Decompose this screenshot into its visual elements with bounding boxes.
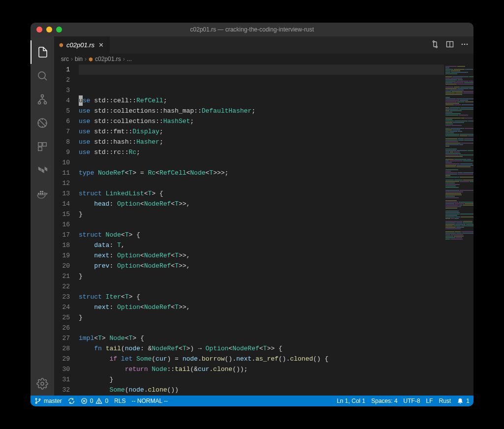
line-number-gutter[interactable]: 1234567891011121314151617181920212223242… <box>54 64 79 396</box>
split-editor-icon[interactable] <box>446 40 454 50</box>
source-control-icon[interactable] <box>31 88 54 111</box>
breadcrumb-part[interactable]: src <box>61 56 69 62</box>
branch-name: master <box>44 398 62 404</box>
debug-icon[interactable] <box>31 111 54 135</box>
svg-rect-11 <box>42 193 43 194</box>
breadcrumb[interactable]: src › bin › ⬢ c02p01.rs › ... <box>54 54 473 64</box>
rust-file-icon: ⬢ <box>59 42 63 48</box>
svg-point-20 <box>464 43 466 45</box>
language-mode-status[interactable]: Rust <box>439 398 451 404</box>
editor-group: ⬢ c02p01.rs ✕ src <box>54 36 473 396</box>
notification-count: 1 <box>466 398 470 404</box>
svg-point-27 <box>99 402 99 403</box>
chevron-right-icon: › <box>123 56 125 62</box>
editor-actions <box>431 36 473 54</box>
warning-count: 0 <box>105 398 108 404</box>
svg-rect-12 <box>40 191 41 192</box>
terraform-icon[interactable] <box>31 158 54 182</box>
tab-close-icon[interactable]: ✕ <box>97 40 105 50</box>
traffic-lights <box>36 27 62 32</box>
window-title: c02p01.rs — cracking-the-coding-intervie… <box>31 26 473 33</box>
svg-point-2 <box>41 95 44 97</box>
minimize-window-button[interactable] <box>46 27 52 32</box>
svg-rect-6 <box>38 143 42 146</box>
vscode-window: c02p01.rs — cracking-the-coding-intervie… <box>31 23 473 406</box>
close-window-button[interactable] <box>36 27 42 32</box>
svg-point-4 <box>44 102 47 104</box>
notifications-status[interactable]: 1 <box>457 398 470 404</box>
extensions-icon[interactable] <box>31 135 54 158</box>
chevron-right-icon: › <box>85 56 87 62</box>
maximize-window-button[interactable] <box>56 27 62 32</box>
explorer-icon[interactable] <box>31 40 54 64</box>
svg-point-3 <box>38 102 41 104</box>
status-bar: master 0 0 RLS -- NORMAL -- Ln 1, Col 1 … <box>31 396 473 406</box>
svg-line-1 <box>45 78 47 81</box>
git-branch-status[interactable]: master <box>34 398 62 404</box>
svg-point-15 <box>433 41 435 42</box>
indentation-status[interactable]: Spaces: 4 <box>371 398 397 404</box>
breadcrumb-part[interactable]: c02p01.rs <box>95 56 121 62</box>
encoding-status[interactable]: UTF-8 <box>404 398 420 404</box>
svg-rect-9 <box>38 193 39 194</box>
problems-status[interactable]: 0 0 <box>81 398 108 404</box>
minimap[interactable] <box>444 64 473 396</box>
breadcrumb-part[interactable]: bin <box>75 56 83 62</box>
editor-wrap: 1234567891011121314151617181920212223242… <box>54 64 473 396</box>
svg-rect-7 <box>43 143 46 146</box>
window-body: ⬢ c02p01.rs ✕ src <box>31 36 473 396</box>
svg-point-0 <box>38 72 45 79</box>
settings-gear-icon[interactable] <box>31 372 54 396</box>
cursor-position-status[interactable]: Ln 1, Col 1 <box>337 398 365 404</box>
search-icon[interactable] <box>31 64 54 88</box>
current-line-highlight <box>79 64 444 75</box>
rls-status[interactable]: RLS <box>114 398 126 404</box>
svg-point-14 <box>41 382 44 385</box>
breadcrumb-part[interactable]: ... <box>127 56 132 62</box>
tab-active[interactable]: ⬢ c02p01.rs ✕ <box>54 36 110 54</box>
code-editor[interactable]: use std::cell::RefCell;use std::collecti… <box>79 64 444 396</box>
svg-point-16 <box>436 46 438 48</box>
sync-button[interactable] <box>68 398 75 404</box>
svg-point-22 <box>35 398 37 400</box>
vim-mode-status[interactable]: -- NORMAL -- <box>131 398 168 404</box>
docker-icon[interactable] <box>31 182 54 206</box>
svg-rect-13 <box>42 191 43 192</box>
tab-bar: ⬢ c02p01.rs ✕ <box>54 36 473 54</box>
rust-file-icon: ⬢ <box>89 57 93 62</box>
more-actions-icon[interactable] <box>461 40 469 50</box>
eol-status[interactable]: LF <box>426 398 433 404</box>
svg-point-24 <box>39 399 40 400</box>
chevron-right-icon: › <box>71 56 73 62</box>
tab-label: c02p01.rs <box>66 41 94 49</box>
activity-bar <box>31 36 54 396</box>
git-compare-icon[interactable] <box>431 40 439 50</box>
error-count: 0 <box>90 398 94 404</box>
svg-point-21 <box>467 43 468 45</box>
svg-rect-8 <box>38 147 42 151</box>
titlebar: c02p01.rs — cracking-the-coding-intervie… <box>31 23 473 36</box>
svg-point-23 <box>35 402 37 404</box>
svg-rect-10 <box>40 193 41 194</box>
svg-point-19 <box>462 43 463 45</box>
